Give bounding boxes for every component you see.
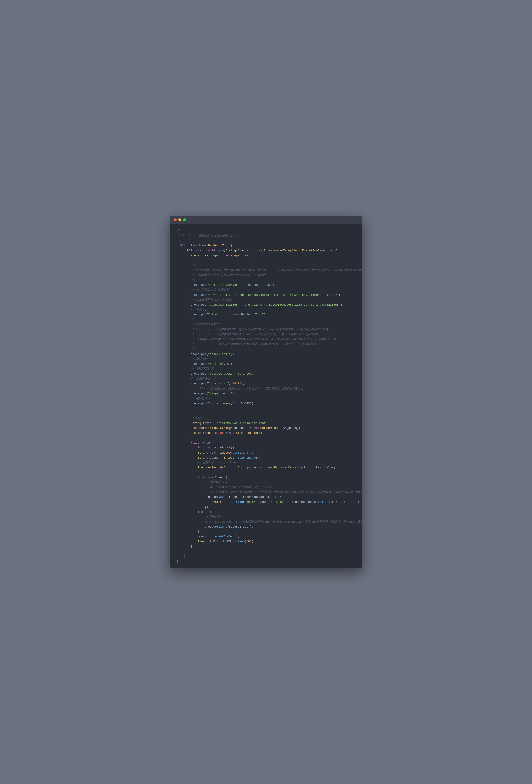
line: Producer<String, String> producer = new … [177,426,355,430]
line: public static void main(String[] args) t… [177,248,355,253]
line: public class KafkaProducerTest { [177,243,355,248]
line: props.put("client.id", "KafkaProducerTes… [177,312,355,317]
line: // 重试次数· [177,357,355,362]
line: props.put("buffer.memory", 33554432); [177,401,355,406]
line: // 缓冲区大小· [177,396,355,401]
close-button[interactable] [174,218,177,221]
line [177,258,355,263]
line: * （建议多提供几个，以防提供的服务器关闭）必须设置· [177,273,355,278]
code-container: /** * @author： 微信公众号【老周聊架构】· */ public c… [170,224,362,568]
line: */ [177,278,355,283]
line: // topic· [177,416,355,421]
line: String key = Integer.toString(num); [177,450,355,455]
line: props.put("linger.ms", 10); [177,391,355,396]
line: // 第一个参数record封装了topic、key、value· [177,485,355,490]
line: // 一个Batch被创建之后，最多过多久，不管这个Batch有没有写满，都必须… [177,386,355,391]
line: String topic = "riemann_kafka_producer_t… [177,421,355,426]
line: Properties props = new Properties(); [177,253,355,258]
line: * 0:Producer 往集群发送数据不需要等到集群的返回，不确保消息发送成功… [177,327,355,332]
line [177,549,355,554]
line: }); [177,505,355,510]
line: } else { [177,510,355,514]
line: // 第二个参数是一个callback对象，当生产者接收到kafka发来的ACK… [177,490,355,495]
line [177,470,355,475]
line: } [177,554,355,559]
line: /** [177,263,355,268]
line: String value = Integer.toString(num); [177,455,355,460]
line: } [177,544,355,549]
code-editor-window: /** * @author： 微信公众号【老周聊架构】· */ public c… [170,216,362,568]
line: // 偶数异步发送· [177,480,355,485]
line: props.put("retries.backoff.ms", 100); [177,371,355,376]
line: */ [177,347,355,352]
line: // 重试间隔时间· [177,367,355,371]
maximize-button[interactable] [183,218,186,221]
line: * @author： 微信公众号【老周聊架构】· [177,233,355,238]
line: // key序列化方式 必须设置· [177,287,355,292]
titlebar [170,216,362,224]
line: producer.send(record).get(); [177,524,355,529]
line: } [177,529,355,534]
line: props.put("value.serializer", "org.apach… [177,303,355,307]
line: props.put("acks", "all"); [177,352,355,357]
line: // 同步发送· [177,514,355,520]
line: } [177,559,355,564]
line: */ [177,239,355,243]
line: props.put("bootstrap.servers", "localhos… [177,283,355,287]
line: System.out.println("num:" + num + " topi… [177,500,355,505]
line: props.put("key.serializer", "org.apache.… [177,293,355,298]
line: * -1或者all:Producer 往集群发送数据需要所有的ISR Follo… [177,337,355,342]
line: // 客户端id· [177,307,355,312]
line: producer.send(record, (recordMetadata, e… [177,495,355,500]
line: // 批量发送的大小· [177,376,355,381]
line: * 1:Producer 往集群发送数据只要 Leader 应答就可以发送下一条… [177,332,355,337]
line: ProducerRecord<String, String> record = … [177,465,355,470]
line: /** [177,228,355,233]
code-block: /** * @author： 微信公众号【老周聊架构】· */ public c… [170,228,362,564]
line [177,411,355,416]
line: int num = count.get(); [177,445,355,450]
line: props.put("batch.size", 16384); [177,381,355,386]
line: /** [177,317,355,322]
minimize-button[interactable] [178,218,181,221]
line: * kafka地址,列表格式为host1:port1,host2:port2,.… [177,268,355,273]
line: props.put("retries", 0); [177,362,355,367]
line: * 发送返回应答方式：· [177,322,355,327]
line: * 确保Leader发送成功和所有的副本都成功接收。安全性最高，但是效率最低。· [177,342,355,347]
line: while (true) { [177,441,355,445]
line: // KafkaProducer.send方法返回的类型是Future<Reco… [177,520,355,524]
line: if (num % 2 == 0) { [177,475,355,480]
line: AtomicInteger count = new AtomicInteger(… [177,430,355,436]
line: TimeUnit.MILLISECONDS.sleep(100); [177,539,355,544]
line [177,406,355,411]
line: // 指定topic,key,value· [177,460,355,465]
line: count.incrementAndGet(); [177,534,355,539]
line [177,436,355,441]
line: // value序列化方式 必须设置· [177,298,355,303]
